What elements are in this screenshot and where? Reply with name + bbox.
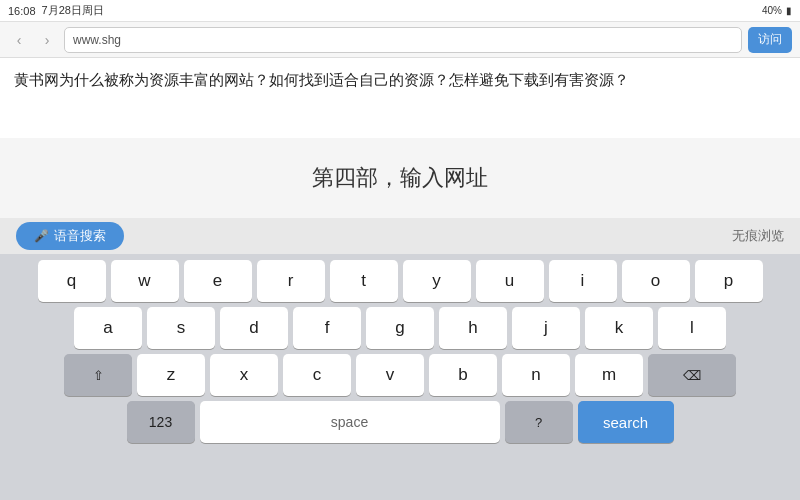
key-v[interactable]: v <box>356 354 424 396</box>
key-y[interactable]: y <box>403 260 471 302</box>
key-r[interactable]: r <box>257 260 325 302</box>
privacy-label: 无痕浏览 <box>732 227 784 245</box>
backspace-key[interactable]: ⌫ <box>648 354 736 396</box>
key-w[interactable]: w <box>111 260 179 302</box>
toolbar-row: 🎤 语音搜索 无痕浏览 <box>0 218 800 254</box>
question-key[interactable]: ? <box>505 401 573 443</box>
key-u[interactable]: u <box>476 260 544 302</box>
voice-search-button[interactable]: 🎤 语音搜索 <box>16 222 124 250</box>
key-row-3: ⇧ z x c v b n m ⌫ <box>4 354 796 396</box>
key-row-1: q w e r t y u i o p <box>4 260 796 302</box>
middle-section: 第四部，输入网址 <box>0 138 800 218</box>
space-key[interactable]: space <box>200 401 500 443</box>
back-button[interactable]: ‹ <box>8 29 30 51</box>
key-c[interactable]: c <box>283 354 351 396</box>
search-key[interactable]: search <box>578 401 674 443</box>
key-z[interactable]: z <box>137 354 205 396</box>
key-d[interactable]: d <box>220 307 288 349</box>
browser-bar: ‹ › www.shg 访问 <box>0 22 800 58</box>
page-text: 黄书网为什么被称为资源丰富的网站？如何找到适合自己的资源？怎样避免下载到有害资源… <box>14 68 786 92</box>
status-bar: 16:08 7月28日周日 40% ▮ <box>0 0 800 22</box>
key-f[interactable]: f <box>293 307 361 349</box>
number-switch-key[interactable]: 123 <box>127 401 195 443</box>
visit-button[interactable]: 访问 <box>748 27 792 53</box>
key-s[interactable]: s <box>147 307 215 349</box>
key-l[interactable]: l <box>658 307 726 349</box>
voice-search-label: 语音搜索 <box>54 227 106 245</box>
url-bar[interactable]: www.shg <box>64 27 742 53</box>
battery-percent: 40% <box>762 5 782 16</box>
key-p[interactable]: p <box>695 260 763 302</box>
key-h[interactable]: h <box>439 307 507 349</box>
key-i[interactable]: i <box>549 260 617 302</box>
key-j[interactable]: j <box>512 307 580 349</box>
key-m[interactable]: m <box>575 354 643 396</box>
key-q[interactable]: q <box>38 260 106 302</box>
key-n[interactable]: n <box>502 354 570 396</box>
key-row-2: a s d f g h j k l <box>4 307 796 349</box>
shift-key[interactable]: ⇧ <box>64 354 132 396</box>
content-area: 黄书网为什么被称为资源丰富的网站？如何找到适合自己的资源？怎样避免下载到有害资源… <box>0 58 800 138</box>
date: 7月28日周日 <box>42 3 104 18</box>
key-b[interactable]: b <box>429 354 497 396</box>
status-right: 40% ▮ <box>762 5 792 16</box>
forward-button[interactable]: › <box>36 29 58 51</box>
key-g[interactable]: g <box>366 307 434 349</box>
time: 16:08 <box>8 5 36 17</box>
key-row-4: 123 space ? search <box>4 401 796 443</box>
page-wrapper: 16:08 7月28日周日 40% ▮ ‹ › www.shg 访问 黄书网为什… <box>0 0 800 500</box>
key-k[interactable]: k <box>585 307 653 349</box>
section-title: 第四部，输入网址 <box>312 163 488 193</box>
status-left: 16:08 7月28日周日 <box>8 3 104 18</box>
keyboard: q w e r t y u i o p a s d f g h j k l ⇧ … <box>0 254 800 500</box>
key-o[interactable]: o <box>622 260 690 302</box>
key-x[interactable]: x <box>210 354 278 396</box>
key-e[interactable]: e <box>184 260 252 302</box>
key-t[interactable]: t <box>330 260 398 302</box>
url-text: www.shg <box>73 33 121 47</box>
key-a[interactable]: a <box>74 307 142 349</box>
mic-icon: 🎤 <box>34 229 49 243</box>
battery-icon: ▮ <box>786 5 792 16</box>
